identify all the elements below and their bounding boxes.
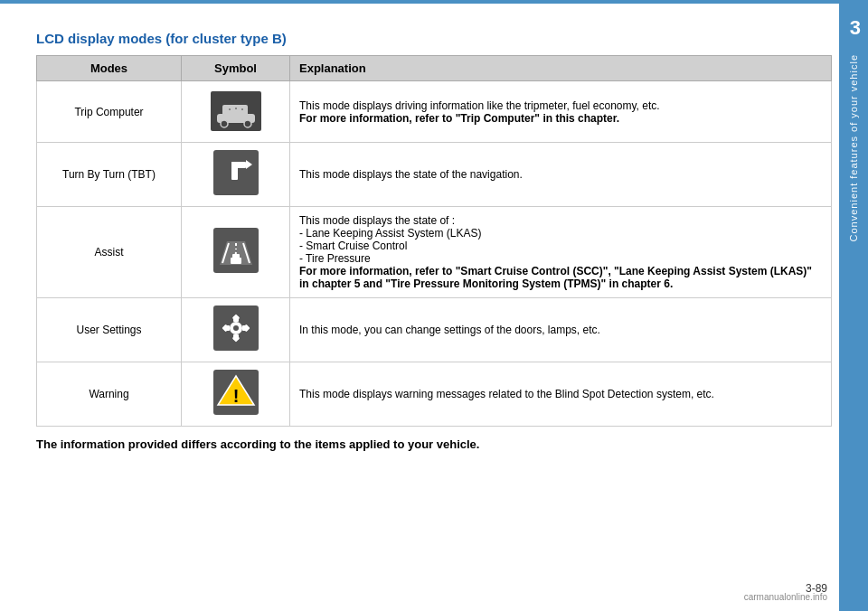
mode-warning: Warning bbox=[37, 362, 182, 427]
mode-tbt: Turn By Turn (TBT) bbox=[37, 143, 182, 207]
header-symbol: Symbol bbox=[182, 56, 290, 81]
watermark: carmanualonline.info bbox=[744, 592, 827, 602]
header-modes: Modes bbox=[37, 56, 182, 81]
mode-trip-computer: Trip Computer bbox=[37, 81, 182, 143]
chapter-number: 3 bbox=[850, 16, 861, 40]
svg-point-3 bbox=[221, 120, 228, 127]
table-row: Trip Computer bbox=[37, 81, 832, 143]
svg-text:!: ! bbox=[232, 386, 239, 406]
section-title: LCD display modes (for cluster type B) bbox=[36, 31, 832, 46]
mode-user-settings: User Settings bbox=[37, 298, 182, 362]
explanation-tbt: This mode displays the state of the navi… bbox=[290, 143, 832, 207]
table-row: User Settings bbox=[37, 298, 832, 362]
svg-rect-19 bbox=[232, 254, 240, 259]
header-explanation: Explanation bbox=[290, 56, 832, 81]
svg-rect-10 bbox=[231, 162, 246, 168]
warning-icon: ! bbox=[212, 369, 259, 416]
table-row: Assist bbox=[37, 207, 832, 298]
svg-rect-2 bbox=[222, 105, 248, 116]
mode-assist: Assist bbox=[37, 207, 182, 298]
trip-computer-icon bbox=[210, 90, 262, 132]
assist-icon bbox=[212, 227, 259, 274]
lcd-modes-table: Modes Symbol Explanation Trip Computer bbox=[36, 55, 832, 427]
explanation-user-settings: In this mode, you can change settings of… bbox=[290, 298, 832, 362]
settings-icon bbox=[212, 305, 259, 352]
table-row: Warning ! This mode displays warning mes… bbox=[37, 362, 832, 427]
main-content: LCD display modes (for cluster type B) M… bbox=[0, 4, 868, 469]
chapter-title: Convenient features of your vehicle bbox=[848, 54, 859, 241]
footer-note: The information provided differs accordi… bbox=[36, 437, 832, 451]
symbol-trip-computer bbox=[182, 81, 290, 143]
svg-point-22 bbox=[233, 325, 239, 331]
table-row: Turn By Turn (TBT) bbox=[37, 143, 832, 207]
symbol-user-settings bbox=[182, 298, 290, 362]
svg-point-4 bbox=[244, 120, 251, 127]
explanation-trip-computer: This mode displays driving information l… bbox=[290, 81, 832, 143]
symbol-assist bbox=[182, 207, 290, 298]
right-sidebar: 3 Convenient features of your vehicle bbox=[839, 0, 868, 611]
symbol-warning: ! bbox=[182, 362, 290, 427]
tbt-icon bbox=[212, 149, 259, 196]
explanation-warning: This mode displays warning messages rela… bbox=[290, 362, 832, 427]
symbol-tbt bbox=[182, 143, 290, 207]
explanation-assist: This mode displays the state of : - Lane… bbox=[290, 207, 832, 298]
